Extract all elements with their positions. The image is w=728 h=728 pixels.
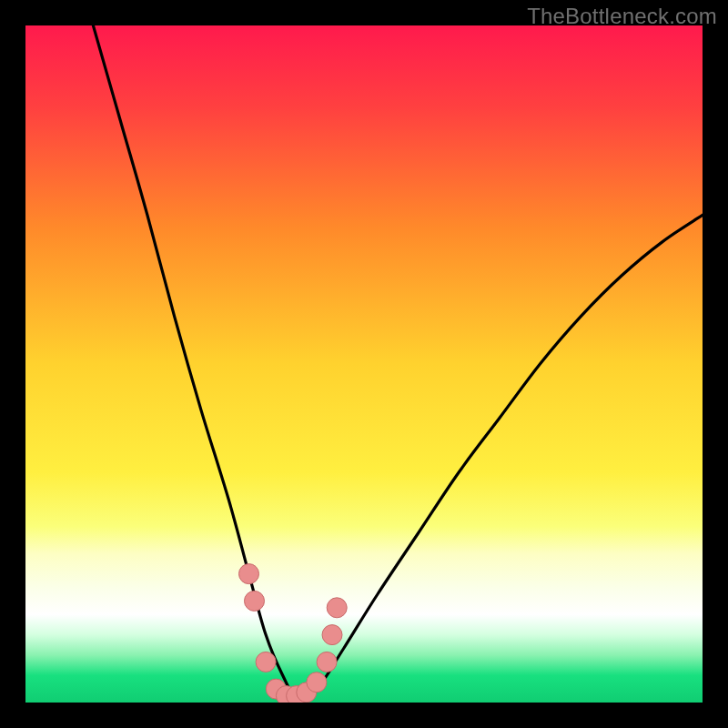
bottleneck-curve — [25, 25, 703, 703]
plot-area — [25, 25, 703, 703]
chart-frame: TheBottleneck.com — [0, 0, 728, 728]
curve-line — [93, 25, 703, 697]
curve-marker — [256, 652, 276, 672]
curve-markers — [239, 564, 348, 703]
curve-marker — [239, 564, 259, 584]
curve-marker — [307, 672, 327, 693]
watermark-text: TheBottleneck.com — [527, 4, 717, 29]
curve-marker — [327, 598, 347, 618]
curve-marker — [317, 652, 337, 672]
curve-marker — [322, 625, 342, 645]
curve-marker — [245, 591, 265, 611]
